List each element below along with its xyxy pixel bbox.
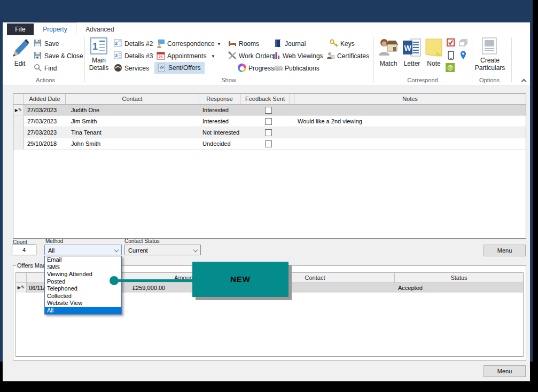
sms-tick-button[interactable] [447,38,455,46]
dropdown-option-sms[interactable]: SMS [45,264,121,271]
viewings-row-2[interactable]: 27/03/2023 Jim Smith Interested Would li… [13,116,526,127]
count-field[interactable]: 4 [12,245,36,255]
appointments-dropdown-arrow: ▼ [211,54,215,59]
details-3-icon: 3 [114,51,122,59]
find-button[interactable]: Find [34,63,82,74]
dropdown-option-website-view[interactable]: Website View [45,300,121,307]
group-label-options: Options [463,77,516,84]
match-button[interactable]: Match [377,37,400,75]
group-label-actions: Actions [19,77,72,84]
note-button[interactable]: Note [424,37,444,75]
group-separator [472,37,472,82]
key-icon [330,39,338,48]
correspondence-button[interactable]: Correspondence ▼ [157,38,226,49]
dropdown-option-all-selected[interactable]: All [45,307,121,315]
column-header-notes[interactable]: Notes [294,94,526,104]
viewings-menu-button[interactable]: Menu [484,245,526,256]
cell-status: Accepted [398,283,423,293]
column-header-added-date[interactable]: Added Date [24,94,66,104]
contact-status-combobox[interactable]: Current [124,245,201,255]
viewings-grid: Added Date Contact Response Feedback Sen… [13,93,526,239]
certificates-button[interactable]: Certificates [326,51,375,61]
mobile-phone-button[interactable] [448,51,454,60]
cell-contact: John Smith [71,138,100,150]
sent-offers-icon [158,64,166,72]
letter-button[interactable]: W Letter [401,37,423,75]
feedback-sent-checkbox[interactable] [265,140,272,147]
cell-added-date: 29/10/2018 [27,138,57,150]
details-2-icon: 2 [114,39,122,47]
column-header-status[interactable]: Status [395,273,523,283]
main-details-button[interactable]: 1 Main Details [86,37,112,77]
header-row-selector [13,94,24,104]
column-header-spacer [290,94,294,104]
column-header-response[interactable]: Response [199,94,240,104]
publications-button[interactable]: Publications [274,63,328,74]
dropdown-option-viewing-attended[interactable]: Viewing Attended [45,271,121,278]
services-button[interactable]: Services [114,63,155,74]
bed-icon [228,39,237,48]
map-pin-button[interactable] [460,51,466,60]
feedback-sent-checkbox[interactable] [265,107,272,114]
group-separator [84,37,85,82]
cell-added-date: 27/03/2023 [27,127,57,138]
feedback-sent-checkbox[interactable] [265,118,272,125]
web-viewings-button[interactable]: Web Viewings [272,51,325,61]
book-icon [274,39,282,48]
svg-text:3: 3 [115,53,118,58]
svg-text:21: 21 [159,55,163,59]
tab-property[interactable]: Property [34,22,76,35]
dropdown-option-email[interactable]: Email [45,256,121,264]
cell-contact: Tina Tenant [71,127,102,138]
method-combobox[interactable]: All [44,245,122,255]
save-icon [34,39,42,47]
viewings-row-4[interactable]: 29/10/2018 John Smith Undecided [13,138,526,150]
save-and-close-button[interactable]: Save & Close [34,51,87,61]
pencil-icon [11,37,29,58]
search-icon [34,64,42,72]
offers-menu-button[interactable]: Menu [484,365,526,377]
dropdown-option-collected[interactable]: Collected [45,293,121,300]
group-label-show: Show [202,77,255,84]
feedback-sent-checkbox[interactable] [265,129,272,136]
sticky-note-icon [425,38,442,57]
edit-button[interactable]: Edit [8,37,32,75]
bar-chart-icon [272,51,280,60]
chevron-up-icon [521,79,527,84]
red-checkbox-icon [447,38,455,46]
collapse-ribbon-button[interactable] [522,76,526,85]
group-separator [511,37,512,82]
svg-text:2: 2 [115,41,118,46]
tools-icon [228,51,237,60]
copy-pages-button[interactable] [459,39,467,47]
dropdown-option-telephoned[interactable]: Telephoned [45,285,121,293]
tab-advanced[interactable]: Advanced [76,23,123,35]
ribbon-tab-bar: File Property Advanced [3,22,530,35]
email-at-button[interactable]: @ [446,63,455,72]
map-pin-icon [460,51,466,60]
create-particulars-button[interactable]: Create Particulars [474,37,506,77]
sent-offers-button[interactable]: Sent/Offers [154,62,205,74]
column-header-contact[interactable]: Contact [66,94,199,104]
column-header-feedback-sent[interactable]: Feedback Sent [240,94,290,104]
details-3-button[interactable]: 3 Details #3 [114,51,155,61]
save-close-icon [34,51,42,59]
viewings-row-3[interactable]: 27/03/2023 Tina Tenant Not Interested [13,127,526,138]
tab-file[interactable]: File [7,23,34,35]
document-icon [482,37,497,54]
cell-response: Interested [202,116,229,127]
rooms-button[interactable]: Rooms [228,38,266,49]
appointments-button[interactable]: 21 Appointments ▼ [157,51,226,61]
cell-contact: Jim Smith [71,116,97,127]
viewings-row-1[interactable]: ▶✎ 27/03/2023 Judith One Interested [13,105,526,116]
work-orders-button[interactable]: Work Orders [228,51,277,61]
cell-notes: Would like a 2nd viewing [298,116,362,127]
group-label-correspond: Correspond [396,77,449,84]
details-2-button[interactable]: 2 Details #2 [114,38,155,49]
person-house-icon [378,37,399,58]
method-dropdown-list[interactable]: Email SMS Viewing Attended Posted Teleph… [44,256,122,315]
svg-text:1: 1 [92,41,98,52]
journal-button[interactable]: Journal [274,38,311,49]
save-button[interactable]: Save [34,38,82,49]
keys-button[interactable]: Keys [330,38,362,49]
